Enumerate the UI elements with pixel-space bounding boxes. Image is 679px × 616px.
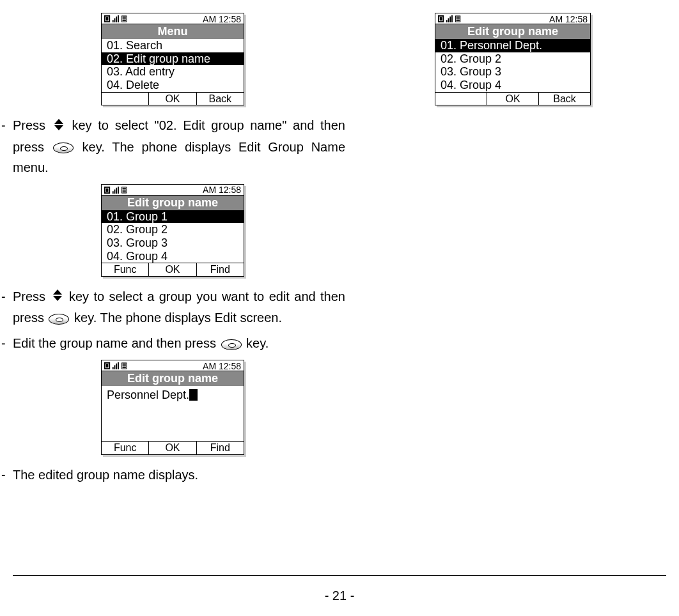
svg-rect-19: [122, 366, 125, 367]
menu-item[interactable]: 02. Group 2: [102, 223, 244, 236]
svg-rect-2: [106, 17, 109, 20]
svg-rect-23: [440, 17, 442, 20]
menu-item[interactable]: 02. Edit group name: [102, 52, 244, 66]
softkey-center[interactable]: OK: [149, 442, 196, 454]
menu-item[interactable]: 03. Group 3: [102, 236, 244, 250]
svg-rect-18: [122, 364, 125, 365]
menu-item[interactable]: 04. Delete: [102, 79, 244, 92]
instruction-text: Press key to select a group you want to …: [13, 286, 345, 328]
list-dash: -: [0, 465, 13, 485]
svg-rect-20: [122, 367, 125, 369]
list-dash: -: [0, 286, 13, 328]
instruction-text: Edit the group name and then press key.: [13, 333, 345, 353]
phone-screen-result-list: AM 12:58 Edit group name 01. Personnel D…: [435, 13, 591, 105]
phone-screen-menu: AM 12:58 Menu 01. Search 02. Edit group …: [101, 13, 244, 105]
svg-rect-9: [106, 188, 109, 191]
status-bar: AM 12:58: [102, 360, 244, 371]
time-label: AM 12:58: [203, 361, 241, 371]
phone-screen-edit-list: AM 12:58 Edit group name 01. Group 1 02.…: [101, 184, 244, 277]
softkey-bar: OK Back: [102, 92, 244, 105]
menu-item[interactable]: 01. Personnel Dept.: [435, 39, 590, 52]
list-dash: -: [0, 115, 13, 178]
center-key-icon: [49, 314, 69, 325]
menu-item[interactable]: 01. Group 1: [102, 210, 244, 224]
instruction-block: - Press key to select "02. Edit group na…: [0, 115, 345, 178]
softkey-bar: Func OK Find: [102, 441, 244, 454]
softkey-left[interactable]: Func: [102, 442, 149, 454]
status-icons: [438, 15, 462, 22]
menu-list: 01. Search 02. Edit group name 03. Add e…: [102, 39, 244, 92]
text-cursor: [189, 389, 198, 401]
instruction-text: Press key to select "02. Edit group name…: [13, 115, 345, 178]
status-icons: [104, 187, 128, 194]
menu-item[interactable]: 01. Search: [102, 39, 244, 52]
svg-rect-26: [456, 19, 459, 20]
screen-title: Edit group name: [435, 24, 590, 39]
softkey-right[interactable]: Back: [539, 93, 590, 105]
instruction-text: The edited group name displays.: [13, 465, 345, 485]
softkey-bar: OK Back: [435, 92, 590, 105]
svg-rect-4: [122, 17, 125, 18]
updown-key-icon: [52, 287, 63, 307]
updown-key-icon: [53, 116, 65, 137]
time-label: AM 12:58: [549, 14, 588, 24]
status-bar: AM 12:58: [435, 13, 590, 24]
status-bar: AM 12:58: [102, 185, 244, 196]
center-key-icon: [221, 339, 242, 350]
svg-rect-11: [122, 187, 125, 189]
softkey-bar: Func OK Find: [102, 263, 244, 275]
menu-list: 01. Personnel Dept. 02. Group 2 03. Grou…: [435, 39, 590, 92]
svg-rect-12: [122, 189, 125, 190]
text-input-area[interactable]: Personnel Dept.: [102, 386, 244, 441]
list-dash: -: [0, 333, 13, 353]
menu-list: 01. Group 1 02. Group 2 03. Group 3 04. …: [102, 210, 244, 263]
status-icons: [104, 362, 128, 369]
screen-title: Edit group name: [102, 196, 244, 210]
menu-item[interactable]: 04. Group 4: [102, 250, 244, 263]
softkey-center[interactable]: OK: [149, 263, 196, 275]
softkey-right[interactable]: Back: [197, 93, 244, 105]
menu-item[interactable]: 04. Group 4: [435, 79, 590, 92]
softkey-left[interactable]: Func: [102, 263, 149, 275]
status-icons: [104, 15, 128, 22]
softkey-right[interactable]: Find: [197, 263, 244, 275]
softkey-left[interactable]: [102, 93, 149, 105]
screen-title: Menu: [102, 24, 244, 39]
svg-rect-27: [456, 20, 459, 21]
svg-rect-25: [456, 17, 459, 18]
svg-rect-6: [122, 20, 125, 21]
svg-rect-13: [122, 191, 125, 192]
screen-title: Edit group name: [102, 371, 244, 386]
svg-rect-5: [122, 19, 125, 20]
instruction-block: - The edited group name displays.: [0, 465, 345, 485]
status-bar: AM 12:58: [102, 13, 244, 24]
input-value: Personnel Dept.: [107, 389, 189, 401]
softkey-center[interactable]: OK: [149, 93, 196, 105]
instruction-block: - Press key to select a group you want t…: [0, 286, 345, 354]
time-label: AM 12:58: [203, 185, 241, 195]
menu-item[interactable]: 02. Group 2: [435, 52, 590, 66]
page-footer: - 21 -: [0, 575, 679, 603]
softkey-center[interactable]: OK: [487, 93, 539, 105]
menu-item[interactable]: 03. Add entry: [102, 65, 244, 79]
softkey-right[interactable]: Find: [197, 442, 244, 454]
time-label: AM 12:58: [203, 14, 241, 24]
page-number: - 21 -: [325, 589, 355, 603]
svg-rect-16: [106, 364, 109, 367]
phone-screen-edit-input: AM 12:58 Edit group name Personnel Dept.…: [101, 360, 244, 454]
menu-item[interactable]: 03. Group 3: [435, 65, 590, 79]
softkey-left[interactable]: [435, 93, 487, 105]
center-key-icon: [53, 142, 74, 153]
